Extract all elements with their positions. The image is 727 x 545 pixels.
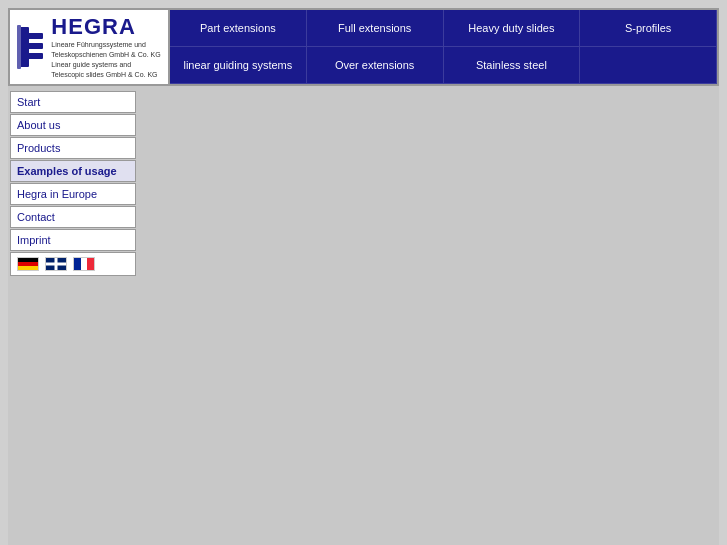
subtitle-line2: Teleskopschienen GmbH & Co. KG: [51, 50, 160, 60]
subtitle-line4: Telescopic slides GmbH & Co. KG: [51, 70, 160, 80]
sidebar-item-start[interactable]: Start: [10, 91, 136, 113]
sidebar-item-about-us[interactable]: About us: [10, 114, 136, 136]
sidebar-item-contact[interactable]: Contact: [10, 206, 136, 228]
flag-english[interactable]: [45, 257, 67, 271]
svg-rect-3: [25, 53, 43, 59]
subtitle-line1: Lineare Führungssysteme und: [51, 40, 160, 50]
nav-item-empty: [580, 47, 717, 84]
logo-area: HEGRA Lineare Führungssysteme und Telesk…: [10, 10, 170, 84]
flag-german[interactable]: [17, 257, 39, 271]
logo-text-block: HEGRA Lineare Führungssysteme und Telesk…: [51, 14, 160, 79]
sidebar: Start About us Products Examples of usag…: [8, 86, 138, 545]
nav-item-s-profiles[interactable]: S-profiles: [580, 10, 717, 47]
nav-item-heavy-duty-slides[interactable]: Heavy duty slides: [444, 10, 581, 47]
nav-area: Part extensions Full extensions Heavy du…: [170, 10, 717, 84]
logo-subtitle: Lineare Führungssysteme und Teleskopschi…: [51, 40, 160, 79]
sidebar-item-products[interactable]: Products: [10, 137, 136, 159]
svg-rect-2: [25, 43, 43, 49]
svg-rect-4: [17, 25, 21, 69]
nav-item-full-extensions[interactable]: Full extensions: [307, 10, 444, 47]
nav-item-stainless-steel[interactable]: Stainless steel: [444, 47, 581, 84]
subtitle-line3: Linear guide systems and: [51, 60, 160, 70]
sidebar-item-hegra-in-europe[interactable]: Hegra in Europe: [10, 183, 136, 205]
content-area: [138, 86, 719, 545]
sidebar-item-examples-of-usage[interactable]: Examples of usage: [10, 160, 136, 182]
header: HEGRA Lineare Führungssysteme und Telesk…: [8, 8, 719, 86]
main-container: Start About us Products Examples of usag…: [8, 86, 719, 545]
nav-item-part-extensions[interactable]: Part extensions: [170, 10, 307, 47]
flag-french[interactable]: [73, 257, 95, 271]
logo-box: HEGRA Lineare Führungssysteme und Telesk…: [17, 14, 160, 79]
svg-rect-1: [25, 33, 43, 39]
nav-item-over-extensions[interactable]: Over extensions: [307, 47, 444, 84]
logo-slide-icon: [17, 23, 45, 71]
sidebar-flags: [10, 252, 136, 276]
nav-item-linear-guiding[interactable]: linear guiding systems: [170, 47, 307, 84]
logo-hegra: HEGRA: [51, 14, 160, 40]
sidebar-item-imprint[interactable]: Imprint: [10, 229, 136, 251]
